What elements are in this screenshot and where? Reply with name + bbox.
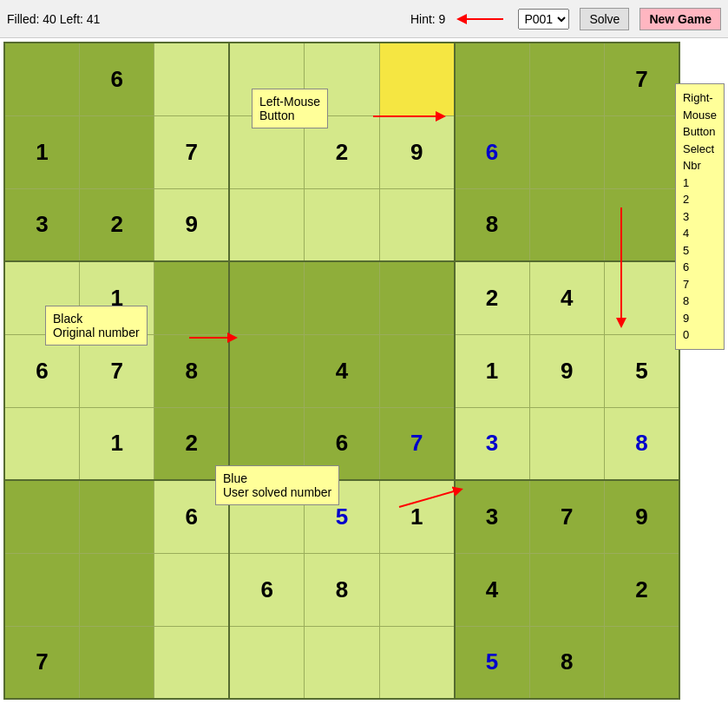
main-area: 6717296329812467841951267386513796842758… — [0, 38, 728, 703]
table-row[interactable] — [4, 261, 79, 334]
table-row[interactable]: 9 — [379, 115, 454, 188]
table-row[interactable]: 1 — [379, 480, 454, 553]
table-row[interactable] — [229, 261, 304, 334]
header: Filled: 40 Left: 41 Hint: 9 P001 Solve N… — [0, 0, 728, 38]
table-row[interactable]: 2 — [154, 407, 229, 480]
table-row[interactable]: 4 — [455, 553, 529, 626]
sudoku-grid: 6717296329812467841951267386513796842758 — [3, 42, 680, 700]
table-row[interactable] — [305, 261, 379, 334]
table-row[interactable]: 9 — [529, 334, 604, 407]
table-row[interactable]: 2 — [605, 553, 680, 626]
table-row[interactable]: 5 — [455, 626, 529, 699]
table-row[interactable] — [605, 115, 680, 188]
table-row[interactable] — [229, 188, 304, 261]
table-row[interactable]: 6 — [154, 480, 229, 553]
right-mouse-tooltip: Right-MouseButtonSelectNbr 1234567890 — [675, 83, 725, 350]
table-row[interactable]: 5 — [305, 480, 379, 553]
table-row[interactable] — [529, 407, 604, 480]
table-row[interactable]: 6 — [455, 115, 529, 188]
table-row[interactable]: 4 — [529, 261, 604, 334]
table-row[interactable]: 8 — [455, 188, 529, 261]
table-row[interactable] — [529, 43, 604, 115]
table-row[interactable]: 8 — [529, 626, 604, 699]
table-row[interactable]: 6 — [305, 407, 379, 480]
table-row[interactable]: 1 — [79, 261, 154, 334]
new-game-button[interactable]: New Game — [639, 8, 721, 30]
table-row[interactable]: 7 — [154, 115, 229, 188]
table-row[interactable]: 8 — [305, 553, 379, 626]
table-row[interactable] — [4, 480, 79, 553]
table-row[interactable]: 1 — [79, 407, 154, 480]
table-row[interactable]: 7 — [529, 480, 604, 553]
table-row[interactable] — [379, 43, 454, 115]
table-row[interactable]: 9 — [154, 188, 229, 261]
table-row[interactable] — [529, 115, 604, 188]
table-row[interactable] — [4, 43, 79, 115]
table-row[interactable] — [154, 43, 229, 115]
hint-arrow-icon — [456, 6, 508, 32]
table-row[interactable]: 3 — [455, 407, 529, 480]
table-row[interactable] — [305, 188, 379, 261]
table-row[interactable] — [229, 334, 304, 407]
table-row[interactable] — [154, 626, 229, 699]
solve-button[interactable]: Solve — [580, 8, 629, 30]
table-row[interactable] — [229, 115, 304, 188]
table-row[interactable]: 3 — [455, 480, 529, 553]
table-row[interactable] — [154, 261, 229, 334]
table-row[interactable] — [79, 480, 154, 553]
table-row[interactable] — [379, 553, 454, 626]
table-row[interactable] — [455, 43, 529, 115]
table-row[interactable] — [4, 553, 79, 626]
table-row[interactable]: 5 — [605, 334, 680, 407]
table-row[interactable]: 1 — [4, 115, 79, 188]
table-row[interactable]: 1 — [455, 334, 529, 407]
table-row[interactable] — [305, 626, 379, 699]
table-row[interactable] — [229, 626, 304, 699]
table-row[interactable]: 7 — [605, 43, 680, 115]
table-row[interactable] — [79, 626, 154, 699]
table-row[interactable] — [79, 553, 154, 626]
table-row[interactable] — [154, 553, 229, 626]
table-row[interactable] — [79, 115, 154, 188]
table-row[interactable] — [605, 188, 680, 261]
table-row[interactable]: 8 — [605, 407, 680, 480]
table-row[interactable] — [229, 480, 304, 553]
table-row[interactable] — [379, 626, 454, 699]
grid-container: 6717296329812467841951267386513796842758… — [0, 38, 728, 703]
table-row[interactable]: 6 — [79, 43, 154, 115]
table-row[interactable] — [605, 261, 680, 334]
table-row[interactable]: 2 — [455, 261, 529, 334]
table-row[interactable]: 7 — [379, 407, 454, 480]
status-text: Filled: 40 Left: 41 — [7, 12, 400, 26]
table-row[interactable]: 6 — [229, 553, 304, 626]
table-row[interactable] — [4, 407, 79, 480]
num-selector-list: 1234567890 — [683, 176, 689, 342]
table-row[interactable] — [529, 188, 604, 261]
table-row[interactable] — [605, 626, 680, 699]
table-row[interactable]: 7 — [79, 334, 154, 407]
table-row[interactable] — [379, 334, 454, 407]
hint-text: Hint: 9 — [410, 12, 445, 26]
table-row[interactable]: 4 — [305, 334, 379, 407]
table-row[interactable] — [229, 43, 304, 115]
table-row[interactable]: 9 — [605, 480, 680, 553]
table-row[interactable] — [529, 553, 604, 626]
table-row[interactable]: 2 — [305, 115, 379, 188]
table-row[interactable]: 3 — [4, 188, 79, 261]
table-row[interactable] — [305, 43, 379, 115]
table-row[interactable]: 2 — [79, 188, 154, 261]
table-row[interactable] — [379, 261, 454, 334]
table-row[interactable]: 6 — [4, 334, 79, 407]
puzzle-select[interactable]: P001 — [518, 9, 569, 30]
table-row[interactable] — [379, 188, 454, 261]
table-row[interactable] — [229, 407, 304, 480]
table-row[interactable]: 7 — [4, 626, 79, 699]
table-row[interactable]: 8 — [154, 334, 229, 407]
